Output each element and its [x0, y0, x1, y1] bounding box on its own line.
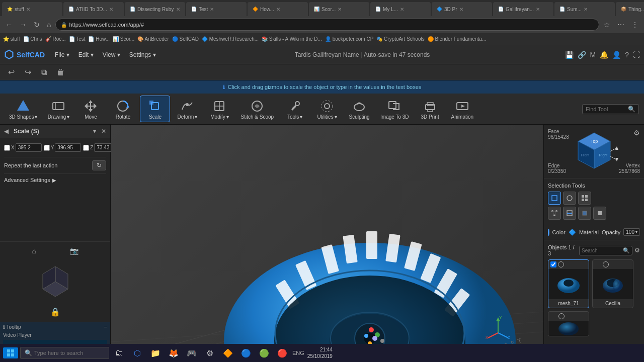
color-picker[interactable] [548, 229, 549, 236]
fullscreen-icon[interactable]: ⛶ [633, 51, 640, 59]
bookmark-skills[interactable]: 📚 Skills - A Wiki in the D... [262, 36, 322, 42]
select-edge-icon[interactable] [563, 207, 576, 220]
menu-view[interactable]: View ▾ [99, 49, 124, 60]
tool-scale[interactable]: Scale [140, 96, 170, 122]
tool-utilities[interactable]: Utilities ▾ [312, 96, 342, 122]
copy-button[interactable]: ⧉ [38, 66, 50, 78]
home-button[interactable]: ⌂ [44, 20, 53, 30]
bookmarks-star-button[interactable]: ☆ [601, 20, 613, 30]
objects-settings-icon[interactable]: ⚙ [634, 247, 640, 254]
object-card-third[interactable] [548, 311, 589, 336]
camera-icon[interactable]: 📷 [70, 247, 78, 255]
obj-check-mesh71[interactable] [550, 261, 556, 267]
lock-icon[interactable]: 🔒 [50, 307, 60, 317]
address-bar[interactable]: 🔒 https://www.selfcad.com/app/# [55, 19, 599, 31]
tab-test1[interactable]: 📄Test✕ [186, 2, 247, 16]
menu-edit[interactable]: Edit ▾ [74, 49, 98, 60]
tool-image-to-3d[interactable]: Image To 3D [376, 96, 413, 122]
bookmark-blender[interactable]: 🟠 Blender Fundamenta... [428, 36, 487, 42]
tool-tools[interactable]: Tools ▾ [280, 96, 310, 122]
find-tool-input[interactable] [586, 106, 626, 112]
user-icon[interactable]: 👤 [612, 51, 621, 59]
bookmark-roc[interactable]: 🎸 Roc... [45, 36, 66, 42]
tool-move[interactable]: Move [75, 96, 106, 122]
select-circle-icon[interactable] [563, 192, 576, 205]
y-checkbox[interactable] [44, 145, 50, 151]
help-icon[interactable]: ? [625, 51, 629, 59]
object-card-mesh71[interactable]: mesh_71 [548, 259, 589, 308]
tab-stuff[interactable]: ⭐stuff✕ [2, 2, 62, 16]
advanced-settings-row[interactable]: Advanced Settings ▶ [4, 173, 106, 186]
tool-animation[interactable]: Animation [447, 96, 477, 122]
taskbar-app6-icon[interactable]: 🔵 [238, 345, 254, 361]
bookmark-test[interactable]: 📄 Test [69, 36, 86, 42]
menu-settings[interactable]: Settings ▾ [125, 49, 160, 60]
right-panel-settings-icon[interactable]: ⚙ [633, 129, 640, 137]
y-input[interactable] [55, 143, 81, 152]
taskbar-folder-icon[interactable]: 📁 [147, 345, 164, 361]
panel-dropdown-icon[interactable]: ▾ [93, 128, 96, 135]
collaborate-icon[interactable]: M [590, 51, 596, 59]
bookmark-stuff[interactable]: ⭐ stuff [3, 36, 20, 42]
tab-atiid[interactable]: 📄ATIID To 3D...✕ [63, 2, 124, 16]
select-face-icon[interactable] [578, 207, 591, 220]
menu-file[interactable]: File ▾ [51, 49, 73, 60]
3d-object-container[interactable]: L E F T [216, 195, 528, 362]
tool-modify[interactable]: Modify ▾ [204, 96, 234, 122]
back-button[interactable]: ← [3, 20, 15, 30]
extensions-button[interactable]: ⋯ [615, 20, 627, 30]
tab-sum[interactable]: 📄Sum...✕ [554, 2, 615, 16]
select-all-icon[interactable] [578, 192, 591, 205]
x-checkbox[interactable] [4, 145, 10, 151]
tool-3d-print[interactable]: 3D Print [415, 96, 445, 122]
taskbar-steam-icon[interactable]: 🎮 [184, 345, 200, 361]
tab-score[interactable]: 📊Scor...✕ [309, 2, 369, 16]
save-icon[interactable]: 💾 [565, 51, 574, 59]
panel-toggle-icon[interactable]: ◀ [4, 128, 9, 135]
z-checkbox[interactable] [83, 145, 89, 151]
tab-myl[interactable]: 📄My L...✕ [370, 2, 431, 16]
menu-button[interactable]: ⋮ [629, 20, 641, 30]
select-vertex-icon[interactable] [548, 207, 561, 220]
delete-button[interactable]: 🗑 [54, 66, 68, 78]
taskbar-blender-icon[interactable]: 🔶 [220, 345, 236, 361]
tool-3d-shapes[interactable]: 3D Shapes ▾ [5, 96, 41, 122]
search-input[interactable] [582, 248, 622, 253]
taskbar-search-input[interactable] [34, 350, 105, 356]
start-button[interactable] [3, 347, 18, 358]
tool-stitch-scoop[interactable]: Stitch & Scoop [236, 96, 278, 122]
taskbar-app7-icon[interactable]: 🟢 [256, 345, 272, 361]
select-solid-icon[interactable] [593, 207, 606, 220]
tool-drawing[interactable]: Drawing ▾ [43, 96, 73, 122]
bookmark-artbreeder[interactable]: 🎨 ArtBreeder [137, 36, 169, 42]
taskbar-explorer-icon[interactable]: 🗂 [111, 345, 127, 361]
share-icon[interactable]: 🔗 [578, 51, 586, 59]
bookmark-bock[interactable]: 👤 bockpeter.com CP [325, 36, 373, 42]
forward-button[interactable]: → [17, 20, 29, 30]
reload-button[interactable]: ↻ [31, 20, 42, 30]
tab-thing[interactable]: 📦Thing...✕ [616, 2, 644, 16]
object-card-cecilia[interactable]: Cecilia [592, 259, 633, 308]
tab-gallifreyan[interactable]: 📄Gallifreyan...✕ [493, 2, 553, 16]
bookmark-meshwe[interactable]: 🔷 MeshweR:Research... [202, 36, 259, 42]
opacity-input[interactable]: 100 ▾ [623, 228, 640, 236]
tool-deform[interactable]: Deform ▾ [172, 96, 202, 122]
bell-icon[interactable]: 🔔 [600, 51, 608, 59]
x-input[interactable] [16, 143, 42, 152]
taskbar-settings-icon[interactable]: ⚙ [202, 345, 218, 361]
redo-button[interactable]: ↪ [22, 66, 34, 78]
bookmark-score[interactable]: 📊 Scor... [113, 36, 134, 42]
undo-button[interactable]: ↩ [5, 66, 18, 78]
taskbar-firefox-icon[interactable]: 🦊 [166, 345, 182, 361]
panel-close-button[interactable]: ✕ [101, 128, 106, 135]
tool-sculpting[interactable]: Sculpting [344, 96, 374, 122]
tab-3dp1[interactable]: 🔷3D Pr✕ [432, 2, 492, 16]
viewport[interactable]: L E F T Y Z X [111, 125, 543, 362]
orientation-cube[interactable]: Top Right Front [569, 129, 619, 174]
search-box[interactable]: 🔍 [579, 246, 632, 255]
material-icon[interactable]: 🔷 [569, 229, 576, 236]
taskbar-search-box[interactable]: 🔍 [20, 347, 109, 359]
tool-rotate[interactable]: Rotate [108, 96, 138, 122]
tab-howl[interactable]: 🔶How...✕ [248, 2, 308, 16]
bookmark-chris[interactable]: 📄 Chris [23, 36, 42, 42]
